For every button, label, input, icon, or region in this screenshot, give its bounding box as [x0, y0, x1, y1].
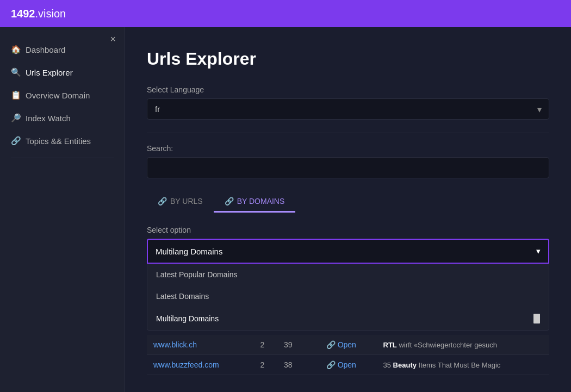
- table-cell-num1: 2: [251, 335, 274, 355]
- dropdown-option-latest-domains[interactable]: Latest Domains: [147, 285, 549, 307]
- overview-domain-icon: 📋: [11, 90, 21, 100]
- dashboard-icon: 🏠: [11, 45, 21, 54]
- table-row: www.buzzfeed.com 2 38 🔗 Open 35 Beauty I…: [147, 355, 549, 375]
- tab-bar: 🔗 BY URLS 🔗 BY DOMAINS: [147, 191, 549, 213]
- link-icon: 🔗: [158, 197, 167, 206]
- app-body: × 🏠 Dashboard 🔍 Urls Explorer 📋 Overview…: [0, 27, 571, 392]
- table-cell-empty: [302, 335, 320, 355]
- results-table: www.blick.ch 2 39 🔗 Open RTL wirft «Schw…: [147, 335, 549, 375]
- table-cell-num1: 2: [251, 355, 274, 375]
- cursor-indicator: [533, 314, 540, 323]
- brand-light: .vision: [35, 8, 66, 20]
- url-link[interactable]: www.buzzfeed.com: [153, 360, 219, 369]
- sidebar-item-dashboard[interactable]: 🏠 Dashboard: [0, 38, 125, 61]
- app-header: 1492.vision: [0, 0, 571, 27]
- sidebar-item-label: Overview Domain: [26, 91, 90, 100]
- dropdown-selected-value: Multilang Domains: [156, 247, 222, 256]
- table-cell-open: 🔗 Open: [320, 355, 377, 375]
- table-cell-num2: 38: [274, 355, 302, 375]
- sidebar-divider: [11, 158, 114, 158]
- snippet-bold: Beauty: [393, 361, 417, 369]
- snippet-text2: Items That Must Be Magic: [417, 361, 500, 369]
- index-watch-icon: 🔎: [11, 113, 21, 123]
- tab-label: BY URLS: [170, 197, 203, 206]
- search-input[interactable]: [147, 157, 549, 178]
- topics-icon: 🔗: [11, 136, 21, 146]
- page-title: Urls Explorer: [147, 49, 549, 69]
- sidebar-item-label: Index Watch: [26, 114, 71, 123]
- open-link[interactable]: 🔗 Open: [326, 340, 370, 349]
- link-icon: 🔗: [326, 340, 336, 349]
- language-label: Select Language: [147, 85, 549, 94]
- table-cell-empty: [302, 355, 320, 375]
- table-cell-snippet: RTL wirft «Schwiegertochter gesuch: [377, 335, 549, 355]
- brand-bold: 1492: [11, 8, 35, 20]
- dropdown-option-latest-popular[interactable]: Latest Popular Domains: [147, 264, 549, 285]
- snippet-bold: RTL: [383, 341, 397, 349]
- language-select-wrapper: fr en de: [147, 98, 549, 120]
- close-sidebar-button[interactable]: ×: [110, 34, 116, 45]
- snippet-text: 35: [383, 361, 393, 369]
- sidebar: × 🏠 Dashboard 🔍 Urls Explorer 📋 Overview…: [0, 27, 125, 392]
- urls-explorer-icon: 🔍: [11, 67, 21, 77]
- tab-by-urls[interactable]: 🔗 BY URLS: [147, 191, 214, 213]
- language-divider: [147, 133, 549, 133]
- dropdown-option-multilang[interactable]: Multilang Domains: [147, 307, 549, 330]
- dropdown-menu: Latest Popular Domains Latest Domains Mu…: [147, 264, 549, 331]
- tab-by-domains[interactable]: 🔗 BY DOMAINS: [214, 191, 296, 213]
- domain-option-dropdown: Multilang Domains ▾ Latest Popular Domai…: [147, 239, 549, 331]
- open-link[interactable]: 🔗 Open: [326, 360, 370, 369]
- table-row: www.blick.ch 2 39 🔗 Open RTL wirft «Schw…: [147, 335, 549, 355]
- sidebar-item-label: Dashboard: [26, 45, 65, 54]
- select-option-label: Select option: [147, 226, 549, 234]
- language-select[interactable]: fr en de: [147, 98, 549, 120]
- search-label: Search:: [147, 144, 549, 153]
- sidebar-item-label: Topics && Entities: [26, 136, 91, 146]
- snippet-text: wirft «Schwiegertochter gesuch: [397, 341, 497, 349]
- table-cell-open: 🔗 Open: [320, 335, 377, 355]
- sidebar-item-urls-explorer[interactable]: 🔍 Urls Explorer: [0, 61, 125, 84]
- table-cell-num2: 39: [274, 335, 302, 355]
- link-icon: 🔗: [225, 197, 234, 206]
- dropdown-trigger[interactable]: Multilang Domains ▾: [147, 239, 549, 264]
- table-cell-url: www.blick.ch: [147, 335, 251, 355]
- link-icon: 🔗: [326, 360, 336, 369]
- sidebar-item-overview-domain[interactable]: 📋 Overview Domain: [0, 84, 125, 107]
- url-link[interactable]: www.blick.ch: [153, 340, 197, 349]
- sidebar-item-index-watch[interactable]: 🔎 Index Watch: [0, 107, 125, 129]
- main-content: Urls Explorer Select Language fr en de S…: [125, 27, 571, 392]
- table-cell-snippet: 35 Beauty Items That Must Be Magic: [377, 355, 549, 375]
- sidebar-item-label: Urls Explorer: [26, 68, 73, 77]
- dropdown-chevron-icon: ▾: [536, 246, 541, 256]
- sidebar-item-topics-entities[interactable]: 🔗 Topics && Entities: [0, 129, 125, 152]
- table-cell-url: www.buzzfeed.com: [147, 355, 251, 375]
- tab-label: BY DOMAINS: [237, 197, 285, 206]
- brand-logo: 1492.vision: [11, 8, 66, 20]
